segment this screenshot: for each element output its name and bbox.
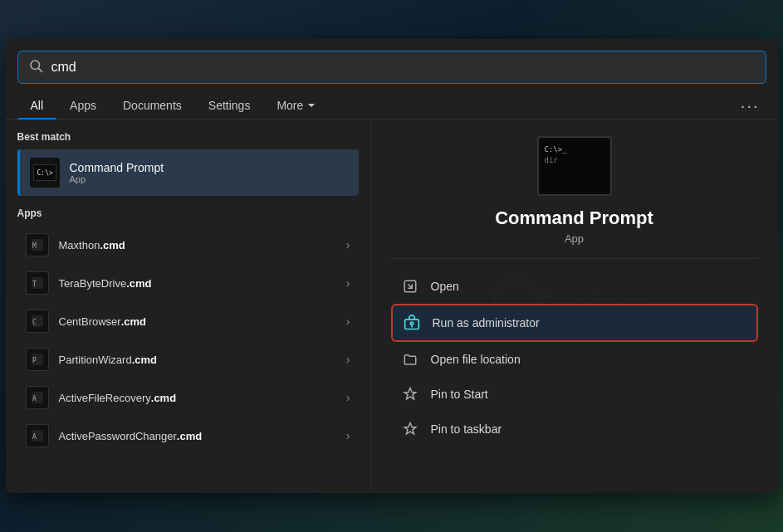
action-pin-to-taskbar[interactable]: Pin to taskbar — [391, 412, 758, 447]
tab-all[interactable]: All — [17, 92, 57, 119]
svg-text:A: A — [32, 433, 37, 441]
chevron-right-icon: › — [346, 429, 350, 442]
cmd-preview-icon: C:\>_ dir — [537, 136, 612, 196]
action-open-label: Open — [431, 280, 459, 293]
right-panel: Quantrimang C:\>_ dir Command Prompt App — [371, 120, 778, 493]
app-icon: A — [26, 386, 49, 409]
svg-text:T: T — [32, 281, 37, 288]
divider — [391, 258, 758, 259]
pin-taskbar-icon — [401, 420, 419, 438]
chevron-right-icon: › — [346, 353, 350, 366]
svg-text:C: C — [32, 319, 37, 326]
list-item[interactable]: A ActiveFileRecovery.cmd › — [17, 378, 359, 417]
admin-icon — [403, 314, 421, 332]
best-match-type: App — [70, 174, 164, 184]
right-panel-subtitle: App — [565, 232, 584, 245]
action-pin-to-start-label: Pin to Start — [431, 388, 488, 401]
best-match-item[interactable]: C:\> Command Prompt App — [17, 149, 359, 196]
app-item-name: Maxthon.cmd — [59, 239, 336, 251]
action-run-as-admin-label: Run as administrator — [433, 316, 540, 329]
search-bar — [17, 51, 766, 84]
tab-apps[interactable]: Apps — [56, 92, 110, 119]
app-icon: A — [26, 424, 49, 447]
app-item-name: ActiveFileRecovery.cmd — [59, 392, 336, 404]
list-item[interactable]: P PartitionWizard.cmd › — [17, 340, 359, 378]
action-open-file-location-label: Open file location — [431, 353, 521, 366]
list-item[interactable]: C CentBrowser.cmd › — [17, 302, 359, 340]
search-panel: All Apps Documents Settings More ··· Bes… — [6, 39, 778, 493]
chevron-right-icon: › — [346, 238, 350, 251]
app-icon: M — [26, 233, 49, 256]
tabs-bar: All Apps Documents Settings More ··· — [6, 84, 778, 120]
svg-line-1 — [38, 68, 42, 71]
list-item[interactable]: M Maxthon.cmd › — [17, 226, 359, 264]
app-item-name: CentBrowser.cmd — [59, 315, 336, 328]
app-icon: C — [26, 310, 49, 333]
action-pin-to-taskbar-label: Pin to taskbar — [431, 422, 502, 436]
search-icon — [28, 58, 43, 76]
best-match-info: Command Prompt App — [70, 161, 164, 184]
svg-text:P: P — [32, 357, 37, 364]
chevron-right-icon: › — [346, 276, 350, 290]
right-panel-title: Command Prompt — [495, 207, 653, 229]
action-list: Open Run as administrator — [391, 269, 758, 447]
tab-more[interactable]: More — [263, 92, 330, 119]
action-open-file-location[interactable]: Open file location — [391, 342, 758, 377]
action-open[interactable]: Open — [391, 269, 758, 304]
cmd-preview-inner: C:\>_ dir — [541, 141, 608, 191]
tab-documents[interactable]: Documents — [110, 92, 195, 119]
svg-text:M: M — [32, 242, 37, 250]
action-pin-to-start[interactable]: Pin to Start — [391, 377, 758, 412]
app-item-name: TeraByteDrive.cmd — [59, 277, 336, 290]
best-match-label: Best match — [17, 131, 359, 143]
pin-start-icon — [401, 385, 419, 403]
app-item-name: ActivePasswordChanger.cmd — [59, 430, 336, 442]
left-panel: Best match C:\> Command Prompt App Apps … — [6, 120, 371, 493]
action-run-as-admin[interactable]: Run as administrator — [391, 304, 758, 342]
tab-settings[interactable]: Settings — [195, 92, 264, 119]
cmd-preview-text: C:\>_ dir — [545, 144, 604, 165]
more-options-button[interactable]: ··· — [734, 93, 766, 119]
cmd-icon-box: C:\> — [30, 158, 60, 188]
cmd-prompt-text: C:\> — [37, 169, 53, 177]
chevron-right-icon: › — [346, 315, 350, 328]
search-input[interactable] — [51, 60, 756, 75]
cmd-icon-inner: C:\> — [33, 164, 56, 181]
app-icon: T — [26, 271, 49, 295]
apps-section-label: Apps — [17, 207, 359, 219]
list-item[interactable]: A ActivePasswordChanger.cmd › — [17, 417, 359, 455]
best-match-name: Command Prompt — [70, 161, 164, 174]
app-item-name: PartitionWizard.cmd — [59, 354, 336, 366]
folder-icon — [401, 350, 419, 368]
open-icon — [401, 277, 419, 295]
app-icon: P — [26, 348, 49, 371]
list-item[interactable]: T TeraByteDrive.cmd › — [17, 264, 359, 302]
main-content: Best match C:\> Command Prompt App Apps … — [6, 120, 778, 493]
svg-text:A: A — [32, 395, 37, 403]
chevron-right-icon: › — [346, 391, 350, 404]
